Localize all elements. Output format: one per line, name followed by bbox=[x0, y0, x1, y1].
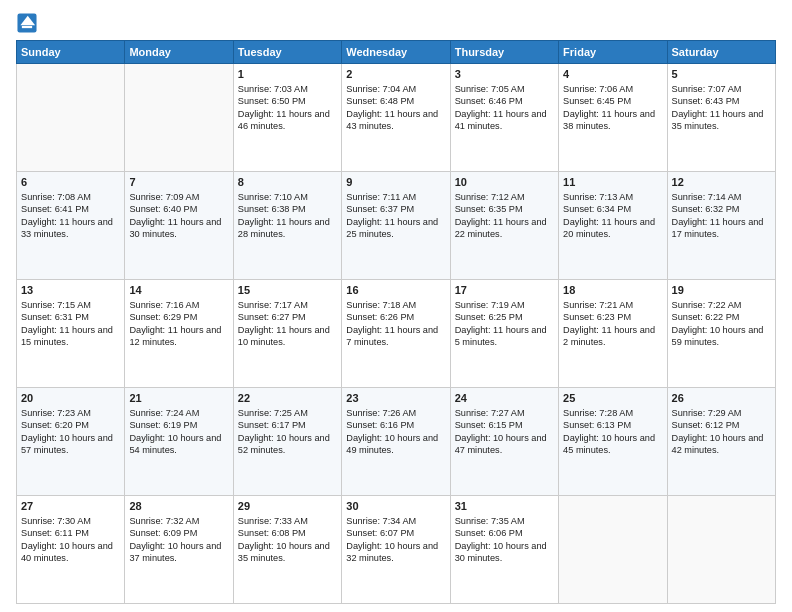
day-info: Sunrise: 7:05 AM bbox=[455, 83, 554, 95]
day-header-friday: Friday bbox=[559, 41, 667, 64]
day-info: Sunrise: 7:32 AM bbox=[129, 515, 228, 527]
day-number: 27 bbox=[21, 499, 120, 514]
day-header-tuesday: Tuesday bbox=[233, 41, 341, 64]
calendar-cell: 28Sunrise: 7:32 AMSunset: 6:09 PMDayligh… bbox=[125, 496, 233, 604]
calendar-cell bbox=[559, 496, 667, 604]
day-number: 12 bbox=[672, 175, 771, 190]
page: SundayMondayTuesdayWednesdayThursdayFrid… bbox=[0, 0, 792, 612]
day-number: 29 bbox=[238, 499, 337, 514]
calendar-cell: 22Sunrise: 7:25 AMSunset: 6:17 PMDayligh… bbox=[233, 388, 341, 496]
day-number: 16 bbox=[346, 283, 445, 298]
day-number: 20 bbox=[21, 391, 120, 406]
day-info: Daylight: 11 hours and 22 minutes. bbox=[455, 216, 554, 241]
day-info: Sunset: 6:07 PM bbox=[346, 527, 445, 539]
day-info: Daylight: 11 hours and 17 minutes. bbox=[672, 216, 771, 241]
day-info: Sunset: 6:09 PM bbox=[129, 527, 228, 539]
day-number: 19 bbox=[672, 283, 771, 298]
day-info: Sunset: 6:48 PM bbox=[346, 95, 445, 107]
day-info: Daylight: 11 hours and 12 minutes. bbox=[129, 324, 228, 349]
day-info: Sunrise: 7:34 AM bbox=[346, 515, 445, 527]
calendar-cell: 31Sunrise: 7:35 AMSunset: 6:06 PMDayligh… bbox=[450, 496, 558, 604]
day-info: Sunset: 6:15 PM bbox=[455, 419, 554, 431]
day-info: Sunrise: 7:09 AM bbox=[129, 191, 228, 203]
day-info: Daylight: 11 hours and 5 minutes. bbox=[455, 324, 554, 349]
day-info: Sunset: 6:32 PM bbox=[672, 203, 771, 215]
day-info: Sunrise: 7:29 AM bbox=[672, 407, 771, 419]
calendar-week-3: 20Sunrise: 7:23 AMSunset: 6:20 PMDayligh… bbox=[17, 388, 776, 496]
day-info: Sunset: 6:22 PM bbox=[672, 311, 771, 323]
day-info: Sunset: 6:25 PM bbox=[455, 311, 554, 323]
day-info: Sunrise: 7:19 AM bbox=[455, 299, 554, 311]
calendar-cell: 15Sunrise: 7:17 AMSunset: 6:27 PMDayligh… bbox=[233, 280, 341, 388]
logo-icon bbox=[16, 12, 38, 34]
day-info: Sunset: 6:29 PM bbox=[129, 311, 228, 323]
calendar-cell: 25Sunrise: 7:28 AMSunset: 6:13 PMDayligh… bbox=[559, 388, 667, 496]
day-info: Sunrise: 7:18 AM bbox=[346, 299, 445, 311]
calendar-header-row: SundayMondayTuesdayWednesdayThursdayFrid… bbox=[17, 41, 776, 64]
day-info: Daylight: 10 hours and 52 minutes. bbox=[238, 432, 337, 457]
logo bbox=[16, 12, 40, 34]
day-info: Daylight: 11 hours and 30 minutes. bbox=[129, 216, 228, 241]
calendar-cell: 3Sunrise: 7:05 AMSunset: 6:46 PMDaylight… bbox=[450, 64, 558, 172]
day-info: Daylight: 11 hours and 43 minutes. bbox=[346, 108, 445, 133]
day-number: 7 bbox=[129, 175, 228, 190]
calendar-cell: 7Sunrise: 7:09 AMSunset: 6:40 PMDaylight… bbox=[125, 172, 233, 280]
day-number: 17 bbox=[455, 283, 554, 298]
day-number: 26 bbox=[672, 391, 771, 406]
day-info: Sunrise: 7:26 AM bbox=[346, 407, 445, 419]
day-info: Sunset: 6:40 PM bbox=[129, 203, 228, 215]
day-info: Daylight: 10 hours and 35 minutes. bbox=[238, 540, 337, 565]
day-info: Sunrise: 7:11 AM bbox=[346, 191, 445, 203]
day-number: 23 bbox=[346, 391, 445, 406]
calendar-cell: 29Sunrise: 7:33 AMSunset: 6:08 PMDayligh… bbox=[233, 496, 341, 604]
day-info: Daylight: 11 hours and 35 minutes. bbox=[672, 108, 771, 133]
calendar-cell: 11Sunrise: 7:13 AMSunset: 6:34 PMDayligh… bbox=[559, 172, 667, 280]
day-info: Daylight: 11 hours and 2 minutes. bbox=[563, 324, 662, 349]
day-info: Daylight: 11 hours and 33 minutes. bbox=[21, 216, 120, 241]
day-info: Sunset: 6:46 PM bbox=[455, 95, 554, 107]
calendar-cell bbox=[17, 64, 125, 172]
calendar-week-0: 1Sunrise: 7:03 AMSunset: 6:50 PMDaylight… bbox=[17, 64, 776, 172]
svg-rect-2 bbox=[22, 26, 32, 28]
calendar-cell: 6Sunrise: 7:08 AMSunset: 6:41 PMDaylight… bbox=[17, 172, 125, 280]
calendar-cell: 5Sunrise: 7:07 AMSunset: 6:43 PMDaylight… bbox=[667, 64, 775, 172]
day-info: Daylight: 11 hours and 25 minutes. bbox=[346, 216, 445, 241]
day-info: Sunset: 6:38 PM bbox=[238, 203, 337, 215]
day-info: Daylight: 10 hours and 37 minutes. bbox=[129, 540, 228, 565]
day-info: Daylight: 10 hours and 49 minutes. bbox=[346, 432, 445, 457]
calendar-cell: 13Sunrise: 7:15 AMSunset: 6:31 PMDayligh… bbox=[17, 280, 125, 388]
day-number: 30 bbox=[346, 499, 445, 514]
day-info: Sunrise: 7:22 AM bbox=[672, 299, 771, 311]
day-info: Sunset: 6:26 PM bbox=[346, 311, 445, 323]
day-info: Sunrise: 7:12 AM bbox=[455, 191, 554, 203]
calendar-cell: 26Sunrise: 7:29 AMSunset: 6:12 PMDayligh… bbox=[667, 388, 775, 496]
day-number: 11 bbox=[563, 175, 662, 190]
day-header-monday: Monday bbox=[125, 41, 233, 64]
day-info: Sunset: 6:06 PM bbox=[455, 527, 554, 539]
calendar-cell: 27Sunrise: 7:30 AMSunset: 6:11 PMDayligh… bbox=[17, 496, 125, 604]
day-info: Sunrise: 7:21 AM bbox=[563, 299, 662, 311]
day-info: Daylight: 11 hours and 15 minutes. bbox=[21, 324, 120, 349]
day-info: Daylight: 11 hours and 38 minutes. bbox=[563, 108, 662, 133]
calendar-cell: 20Sunrise: 7:23 AMSunset: 6:20 PMDayligh… bbox=[17, 388, 125, 496]
day-header-wednesday: Wednesday bbox=[342, 41, 450, 64]
day-header-saturday: Saturday bbox=[667, 41, 775, 64]
day-info: Sunrise: 7:04 AM bbox=[346, 83, 445, 95]
day-info: Sunset: 6:19 PM bbox=[129, 419, 228, 431]
day-info: Sunset: 6:20 PM bbox=[21, 419, 120, 431]
day-info: Sunset: 6:16 PM bbox=[346, 419, 445, 431]
day-info: Daylight: 10 hours and 54 minutes. bbox=[129, 432, 228, 457]
day-info: Daylight: 10 hours and 30 minutes. bbox=[455, 540, 554, 565]
calendar-week-4: 27Sunrise: 7:30 AMSunset: 6:11 PMDayligh… bbox=[17, 496, 776, 604]
day-info: Sunrise: 7:25 AM bbox=[238, 407, 337, 419]
day-info: Sunrise: 7:23 AM bbox=[21, 407, 120, 419]
day-info: Sunrise: 7:30 AM bbox=[21, 515, 120, 527]
day-info: Daylight: 10 hours and 59 minutes. bbox=[672, 324, 771, 349]
day-info: Sunrise: 7:24 AM bbox=[129, 407, 228, 419]
day-info: Sunset: 6:37 PM bbox=[346, 203, 445, 215]
calendar-cell: 10Sunrise: 7:12 AMSunset: 6:35 PMDayligh… bbox=[450, 172, 558, 280]
day-number: 1 bbox=[238, 67, 337, 82]
day-number: 28 bbox=[129, 499, 228, 514]
day-number: 9 bbox=[346, 175, 445, 190]
day-number: 14 bbox=[129, 283, 228, 298]
